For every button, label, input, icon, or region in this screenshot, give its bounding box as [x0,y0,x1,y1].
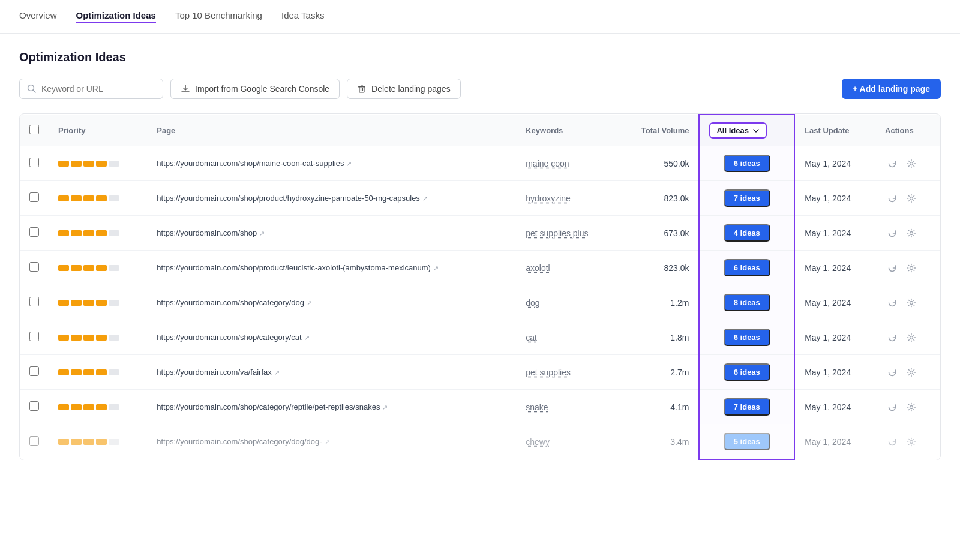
external-link-icon[interactable]: ↗ [346,159,352,169]
row-checkbox[interactable] [29,332,39,341]
refresh-button[interactable] [885,156,899,171]
refresh-button[interactable] [885,296,899,310]
gear-icon [907,263,916,273]
gear-icon [907,402,916,412]
search-wrapper [19,79,163,99]
ideas-badge[interactable]: 6 ideas [724,155,770,172]
gear-icon [907,159,916,168]
actions-cell [875,216,940,251]
svg-point-11 [910,441,913,444]
nav-overview[interactable]: Overview [19,10,57,23]
gear-icon [907,437,916,447]
gear-icon [907,333,916,342]
ideas-badge[interactable]: 7 ideas [724,189,770,207]
row-checkbox[interactable] [29,262,39,272]
keyword-link[interactable]: axolotl [526,263,550,273]
settings-button[interactable] [904,400,919,414]
delete-button[interactable]: Delete landing pages [347,79,461,99]
settings-button[interactable] [904,296,919,310]
row-checkbox[interactable] [29,297,39,306]
ideas-badge[interactable]: 8 ideas [724,294,770,311]
settings-button[interactable] [904,226,919,240]
keyword-link[interactable]: snake [526,402,548,412]
volume-cell: 550.0k [616,146,699,181]
ideas-badge[interactable]: 6 ideas [724,259,770,276]
external-link-icon[interactable]: ↗ [433,263,439,273]
settings-button[interactable] [904,435,919,449]
settings-button[interactable] [904,156,919,171]
search-icon [27,84,37,94]
row-checkbox[interactable] [29,366,39,376]
external-link-icon[interactable]: ↗ [274,368,280,378]
ideas-badge[interactable]: 7 ideas [724,398,770,416]
actions-cell [875,181,940,216]
row-checkbox[interactable] [29,158,39,167]
import-button[interactable]: Import from Google Search Console [170,79,340,99]
priority-bars [58,439,137,445]
refresh-button[interactable] [885,191,899,206]
refresh-button[interactable] [885,330,899,345]
keyword-link[interactable]: cat [526,333,537,342]
keyword-link[interactable]: hydroxyzine [526,194,571,203]
actions-cell [875,320,940,355]
ideas-badge[interactable]: 6 ideas [724,329,770,346]
ideas-badge[interactable]: 5 ideas [724,433,770,450]
select-all-checkbox[interactable] [29,125,39,134]
nav-idea-tasks[interactable]: Idea Tasks [281,10,324,23]
page-cell: https://yourdomain.com/shop/category/dog… [147,424,516,460]
page-cell: https://yourdomain.com/shop/product/hydr… [147,181,516,216]
refresh-button[interactable] [885,435,899,449]
keyword-link[interactable]: pet supplies plus [526,228,588,238]
external-link-icon[interactable]: ↗ [325,437,330,447]
add-landing-page-button[interactable]: + Add landing page [842,79,941,99]
settings-button[interactable] [904,261,919,275]
ideas-badge[interactable]: 4 ideas [724,224,770,242]
search-input[interactable] [41,84,155,94]
settings-button[interactable] [904,365,919,380]
keyword-link[interactable]: dog [526,298,539,308]
row-checkbox[interactable] [29,436,39,446]
ideas-cell: 6 ideas [699,320,794,355]
priority-bars [58,404,137,410]
actions-cell [875,355,940,390]
external-link-icon[interactable]: ↗ [304,333,310,343]
refresh-button[interactable] [885,226,899,240]
row-checkbox[interactable] [29,401,39,411]
external-link-icon[interactable]: ↗ [382,402,388,413]
date-cell: May 1, 2024 [794,181,875,216]
priority-cell [49,285,147,320]
external-link-icon[interactable]: ↗ [307,298,312,308]
refresh-button[interactable] [885,400,899,414]
svg-line-1 [34,91,36,93]
external-link-icon[interactable]: ↗ [259,228,265,239]
keyword-link[interactable]: chewy [526,437,550,447]
row-checkbox[interactable] [29,227,39,237]
page-url: https://yourdomain.com/shop/category/dog… [157,437,329,446]
page-url: https://yourdomain.com/shop/product/hydr… [157,194,428,203]
keyword-link[interactable]: maine coon [526,159,569,168]
col-header-all-ideas[interactable]: All Ideas [699,115,794,146]
gear-icon [907,368,916,377]
settings-button[interactable] [904,330,919,345]
priority-bars [58,335,137,341]
volume-cell: 4.1m [616,390,699,424]
refresh-button[interactable] [885,365,899,380]
page-url: https://yourdomain.com/shop/category/cat… [157,333,309,342]
priority-cell [49,216,147,251]
priority-bars [58,369,137,375]
refresh-button[interactable] [885,261,899,275]
external-link-icon[interactable]: ↗ [422,194,428,204]
keyword-link[interactable]: pet supplies [526,368,571,377]
svg-point-4 [910,197,913,200]
ideas-cell: 7 ideas [699,390,794,424]
settings-button[interactable] [904,191,919,206]
priority-bars [58,195,137,201]
ideas-badge[interactable]: 6 ideas [724,363,770,381]
table-row: https://yourdomain.com/shop/maine-coon-c… [20,146,940,181]
row-checkbox[interactable] [29,192,39,202]
nav-top-10-benchmarking[interactable]: Top 10 Benchmarking [175,10,262,23]
date-cell: May 1, 2024 [794,216,875,251]
nav-optimization-ideas[interactable]: Optimization Ideas [76,10,156,23]
table-row: https://yourdomain.com/shop/category/rep… [20,390,940,424]
col-header-page: Page [147,115,516,146]
